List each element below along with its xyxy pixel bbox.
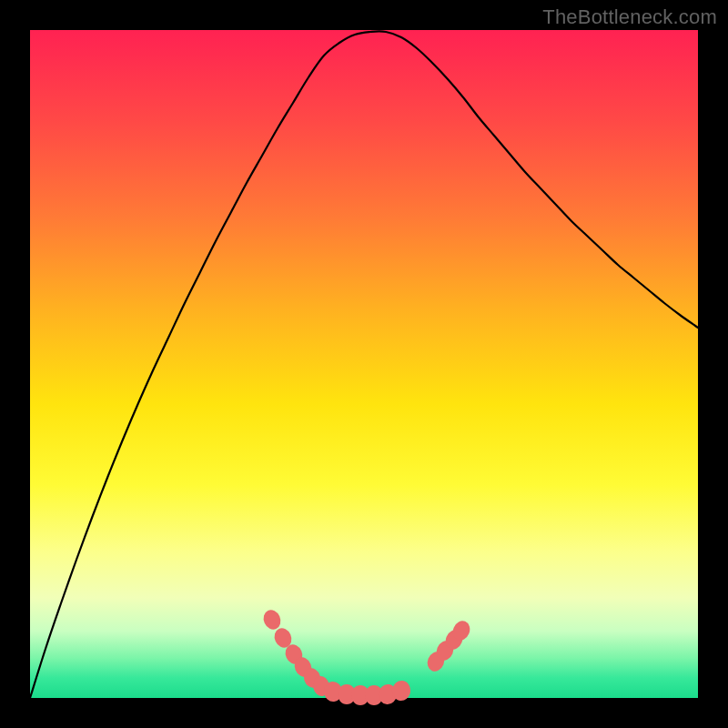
highlight-markers — [260, 607, 472, 705]
chart-svg — [30, 30, 698, 698]
chart-frame: TheBottleneck.com — [0, 0, 728, 728]
watermark-text: TheBottleneck.com — [542, 5, 717, 29]
bottleneck-curve — [30, 31, 698, 698]
